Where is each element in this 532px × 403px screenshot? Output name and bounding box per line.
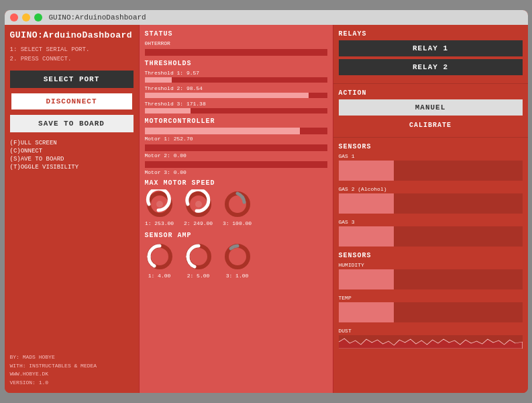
main-content: GUINO:ArduinoDashboard 1: SELECT SERIAL … bbox=[5, 25, 528, 393]
knob3[interactable]: 3: 100.00 bbox=[223, 189, 252, 226]
sensor-knob2[interactable]: 2: 5.00 bbox=[184, 242, 213, 279]
dust-label: DUST bbox=[339, 328, 523, 334]
motor2-label: Motor 2: 0.00 bbox=[145, 152, 327, 159]
sidebar-item-toggle[interactable]: (T)OGGLE VISIBILITY bbox=[10, 163, 134, 171]
temp-block: TEMP bbox=[339, 295, 523, 322]
threshold1-bar bbox=[145, 77, 327, 83]
right-panels: RELAYS RELAY 1 RELAY 2 ACTION MANUEL CAL… bbox=[333, 25, 528, 393]
threshold3-bar bbox=[145, 108, 327, 114]
svg-point-4 bbox=[227, 193, 248, 215]
titlebar: GUINO:ArduinoDashboard bbox=[5, 10, 528, 25]
sidebar-item-fullscreen[interactable]: (F)ULL SCREEN bbox=[10, 139, 134, 147]
threshold1-label: Threshold 1: 9.57 bbox=[145, 70, 327, 76]
calibrate-button[interactable]: CALIBRATE bbox=[339, 119, 523, 132]
motor2-bar bbox=[145, 144, 327, 151]
thresholds-title: THRESHOLDS bbox=[145, 60, 327, 67]
relays-panel: RELAYS RELAY 1 RELAY 2 bbox=[333, 25, 528, 84]
status-error: 0HTERROR bbox=[145, 40, 327, 46]
motor-section: MOTORCONTROLLER Motor 1: 252.70 Motor 2:… bbox=[145, 118, 327, 175]
status-title: STATUS bbox=[145, 30, 327, 38]
sensor-knob3-label: 3: 1.00 bbox=[223, 273, 252, 279]
temp-bar bbox=[339, 302, 523, 322]
minimize-btn[interactable] bbox=[22, 13, 30, 21]
threshold2-bar bbox=[145, 93, 327, 98]
disconnect-button[interactable]: DISCONNECT bbox=[10, 92, 134, 111]
maximize-btn[interactable] bbox=[34, 13, 42, 21]
app-title: GUINO:ArduinoDashboard bbox=[10, 30, 134, 40]
relay1-button[interactable]: RELAY 1 bbox=[339, 40, 523, 56]
gas2-block: GAS 2 (Alcohol) bbox=[339, 186, 523, 214]
knob3-label: 3: 100.00 bbox=[223, 220, 252, 226]
sidebar-item-save[interactable]: (S)AVE TO BOARD bbox=[10, 155, 134, 163]
humidity-bar bbox=[339, 269, 523, 289]
action-title: ACTION bbox=[339, 89, 523, 97]
temp-label: TEMP bbox=[339, 295, 523, 301]
action-panel: ACTION MANUEL CALIBRATE bbox=[333, 84, 528, 138]
svg-point-1 bbox=[156, 201, 163, 208]
close-btn[interactable] bbox=[10, 13, 18, 21]
motorcontroller-title: MOTORCONTROLLER bbox=[145, 118, 327, 125]
max-motor-section: MAX MOTOR SPEED 1: 253.00 bbox=[145, 179, 327, 226]
sensor-knob3[interactable]: 3: 1.00 bbox=[223, 242, 252, 279]
knob1-label: 1: 253.00 bbox=[145, 220, 174, 226]
motor3-label: Motor 3: 0.00 bbox=[145, 169, 327, 175]
sensor-amp-section: SENSOR AMP 1: 4.00 bbox=[145, 232, 327, 279]
gas1-bar bbox=[339, 161, 523, 181]
manuel-button[interactable]: MANUEL bbox=[339, 99, 523, 116]
relays-title: RELAYS bbox=[339, 30, 523, 38]
relay2-button[interactable]: RELAY 2 bbox=[339, 59, 523, 75]
center-panel: STATUS 0HTERROR THRESHOLDS Threshold 1: … bbox=[139, 25, 333, 393]
sidebar-footer: BY: MADS HOBYE WITH: INSTRUCTABLES & MED… bbox=[10, 353, 134, 388]
humidity-label: HUMIDITY bbox=[339, 262, 523, 268]
status-bar bbox=[145, 49, 327, 56]
sensor-knob2-label: 2: 5.00 bbox=[184, 273, 213, 279]
sensor-amp-knobs: 1: 4.00 2: 5.00 bbox=[145, 242, 327, 279]
sidebar-menu: (F)ULL SCREEN (C)ONNECT (S)AVE TO BOARD … bbox=[10, 139, 134, 171]
status-section: STATUS 0HTERROR bbox=[145, 30, 327, 56]
gas3-block: GAS 3 bbox=[339, 219, 523, 247]
threshold2-label: Threshold 2: 98.54 bbox=[145, 85, 327, 91]
svg-point-3 bbox=[195, 201, 202, 208]
dust-bar bbox=[339, 335, 523, 349]
knob1[interactable]: 1: 253.00 bbox=[145, 189, 174, 226]
sensors-panel: SENSORS GAS 1 GAS 2 (Alcohol) GAS 3 bbox=[333, 138, 528, 393]
motor1-label: Motor 1: 252.70 bbox=[145, 136, 327, 142]
humidity-block: HUMIDITY bbox=[339, 262, 523, 289]
gas3-label: GAS 3 bbox=[339, 219, 523, 225]
select-port-button[interactable]: SELECT PORT bbox=[10, 71, 134, 88]
sensors-title: SENSORS bbox=[339, 143, 523, 150]
save-to-board-button[interactable]: SAVE TO BOARD bbox=[10, 115, 134, 132]
window-title: GUINO:ArduinoDashboard bbox=[49, 13, 146, 21]
max-motor-title: MAX MOTOR SPEED bbox=[145, 179, 327, 187]
motor3-bar bbox=[145, 161, 327, 168]
threshold-section: THRESHOLDS Threshold 1: 9.57 Threshold 2… bbox=[145, 60, 327, 114]
sensor-knob1[interactable]: 1: 4.00 bbox=[145, 242, 174, 279]
max-motor-knobs: 1: 253.00 2: 249.00 bbox=[145, 189, 327, 226]
sidebar: GUINO:ArduinoDashboard 1: SELECT SERIAL … bbox=[5, 25, 139, 393]
sidebar-item-connect[interactable]: (C)ONNECT bbox=[10, 147, 134, 155]
gas1-block: GAS 1 bbox=[339, 153, 523, 181]
knob2[interactable]: 2: 249.00 bbox=[184, 189, 213, 226]
sensor-knob1-label: 1: 4.00 bbox=[145, 273, 174, 279]
gas2-label: GAS 2 (Alcohol) bbox=[339, 186, 523, 192]
gas3-bar bbox=[339, 226, 523, 247]
threshold3-label: Threshold 3: 171.38 bbox=[145, 101, 327, 107]
sidebar-info: 1: SELECT SERIAL PORT. 2. PRESS CONNECT. bbox=[10, 46, 134, 64]
knob2-label: 2: 249.00 bbox=[184, 220, 213, 226]
gas1-label: GAS 1 bbox=[339, 153, 523, 159]
app-window: GUINO:ArduinoDashboard GUINO:ArduinoDash… bbox=[5, 10, 528, 393]
motor1-bar bbox=[145, 128, 327, 134]
dust-block: DUST bbox=[339, 328, 523, 349]
sensor-amp-title: SENSOR AMP bbox=[145, 232, 327, 239]
gas2-bar bbox=[339, 193, 523, 214]
sensors-sub-title: SENSORS bbox=[339, 252, 523, 259]
